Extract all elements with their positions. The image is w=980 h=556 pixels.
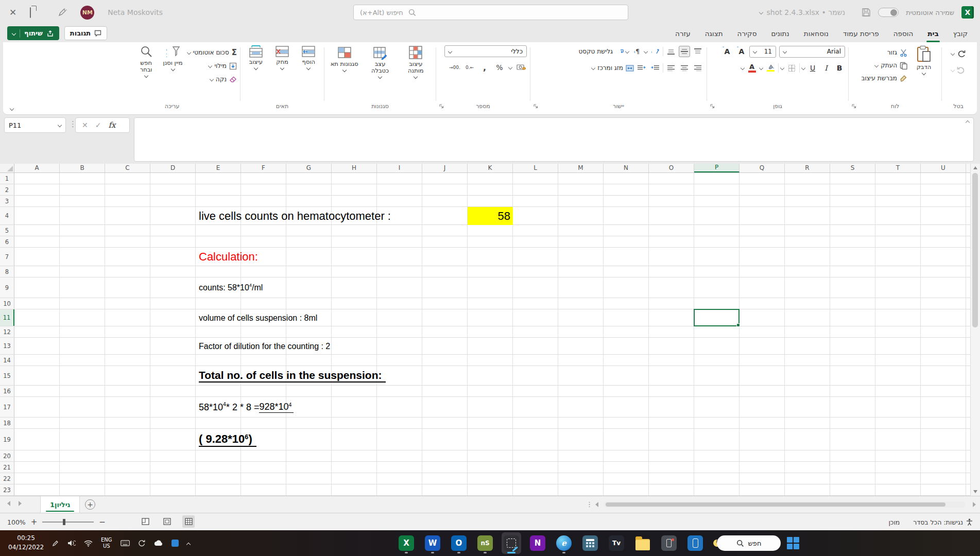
grid-row-16[interactable]: 16 bbox=[0, 386, 970, 397]
align-middle-button[interactable] bbox=[679, 46, 690, 57]
outlook-taskbar-icon[interactable]: O bbox=[449, 532, 469, 554]
excel-taskbar-icon[interactable]: X bbox=[397, 532, 416, 554]
format-as-table-button[interactable]: עצב כטבלה bbox=[366, 45, 394, 78]
onenote-taskbar-icon[interactable]: N bbox=[528, 532, 547, 554]
align-right-button[interactable] bbox=[692, 62, 703, 74]
grid-row-19[interactable]: 19 bbox=[0, 429, 970, 450]
column-header-Q[interactable]: Q bbox=[740, 164, 785, 172]
collapse-ribbon-icon[interactable] bbox=[10, 107, 14, 111]
decrease-decimal-button[interactable]: .00→ bbox=[449, 62, 460, 73]
zoom-slider[interactable] bbox=[42, 522, 94, 523]
delete-cells-button[interactable]: מחק bbox=[270, 45, 294, 70]
grid-row-11[interactable]: 11 bbox=[0, 309, 970, 326]
chevron-up-icon[interactable] bbox=[187, 538, 190, 548]
font-color-dropdown-icon[interactable] bbox=[741, 66, 745, 70]
fill-color-button[interactable] bbox=[765, 62, 776, 74]
vertical-scrollbar[interactable] bbox=[970, 164, 980, 496]
align-bottom-button[interactable] bbox=[665, 46, 677, 57]
restore-window-icon[interactable] bbox=[30, 8, 31, 18]
vertical-scroll-thumb[interactable] bbox=[972, 173, 978, 327]
cell-E11[interactable]: volume of cells suspension : 8ml bbox=[196, 309, 317, 326]
tab-קובץ[interactable]: קובץ bbox=[946, 25, 975, 42]
cell-E19[interactable]: ( 9.28*106) bbox=[196, 429, 256, 450]
paragraph-direction-dropdown-icon[interactable] bbox=[625, 49, 629, 54]
word-taskbar-icon[interactable]: W bbox=[423, 532, 442, 554]
grid-row-9[interactable]: 9 bbox=[0, 277, 970, 298]
accounting-dropdown-icon[interactable] bbox=[508, 65, 512, 70]
spreadsheet-grid[interactable]: ABCDEFGHIJKLMNOPQRSTU 123456789101112131… bbox=[0, 164, 970, 496]
column-header-J[interactable]: J bbox=[422, 164, 468, 172]
grid-row-3[interactable]: 3 bbox=[0, 196, 970, 207]
column-header-P[interactable]: P bbox=[694, 164, 740, 172]
taskbar-search[interactable]: חפש bbox=[717, 535, 781, 551]
alignment-dialog-launcher-icon[interactable] bbox=[534, 104, 538, 109]
column-header-L[interactable]: L bbox=[513, 164, 558, 172]
search-input[interactable]: חיפוש (Alt+א) bbox=[353, 5, 628, 20]
align-left-button[interactable] bbox=[665, 62, 677, 74]
column-header-D[interactable]: D bbox=[150, 164, 196, 172]
row-header-7[interactable]: 7 bbox=[0, 248, 14, 266]
borders-dropdown-icon[interactable] bbox=[780, 66, 784, 70]
number-dialog-launcher-icon[interactable] bbox=[439, 104, 444, 109]
borders-button[interactable] bbox=[786, 62, 797, 74]
row-header-16[interactable]: 16 bbox=[0, 386, 14, 396]
clipboard-dialog-launcher-icon[interactable] bbox=[852, 104, 856, 109]
grid-row-6[interactable]: 6 bbox=[0, 236, 970, 248]
accounting-format-button[interactable] bbox=[515, 62, 527, 73]
tab-תצוגה[interactable]: תצוגה bbox=[698, 25, 730, 42]
align-top-button[interactable] bbox=[692, 46, 703, 57]
font-dialog-launcher-icon[interactable] bbox=[710, 104, 715, 109]
find-select-button[interactable]: חפש ובחר bbox=[134, 45, 159, 77]
cell-E17[interactable]: 58*104 * 2 * 8 = 928*104 bbox=[196, 397, 294, 418]
format-painter-button[interactable]: מברשת עיצוב bbox=[861, 72, 907, 84]
align-center-button[interactable] bbox=[679, 62, 690, 74]
column-header-B[interactable]: B bbox=[60, 164, 105, 172]
grid-row-15[interactable]: 15 bbox=[0, 366, 970, 386]
row-header-4[interactable]: 4 bbox=[0, 207, 14, 224]
comma-style-button[interactable]: , bbox=[479, 62, 490, 73]
sync-icon[interactable] bbox=[138, 540, 145, 547]
row-header-13[interactable]: 13 bbox=[0, 338, 14, 354]
grid-row-20[interactable]: 20 bbox=[0, 450, 970, 462]
number-format-combo[interactable]: כללי bbox=[444, 45, 527, 57]
page-layout-view-button[interactable] bbox=[161, 515, 173, 528]
tab-פריסת עמוד[interactable]: פריסת עמוד bbox=[836, 25, 886, 42]
column-header-H[interactable]: H bbox=[332, 164, 377, 172]
phone-link-taskbar-icon[interactable] bbox=[685, 532, 705, 554]
row-header-12[interactable]: 12 bbox=[0, 326, 14, 337]
fill-button[interactable]: מילוי bbox=[187, 60, 237, 72]
column-header-S[interactable]: S bbox=[830, 164, 875, 172]
row-header-21[interactable]: 21 bbox=[0, 462, 14, 473]
decrease-font-size-button[interactable]: Aˇ bbox=[720, 46, 732, 57]
tab-עזרה[interactable]: עזרה bbox=[668, 25, 698, 42]
row-header-5[interactable]: 5 bbox=[0, 225, 14, 236]
row-header-10[interactable]: 10 bbox=[0, 298, 14, 309]
grid-row-5[interactable]: 5 bbox=[0, 225, 970, 236]
orientation-dropdown-icon[interactable] bbox=[644, 49, 648, 54]
cell-E9[interactable]: counts: 58*104/ml bbox=[196, 277, 263, 298]
name-box[interactable]: P11 bbox=[4, 117, 66, 133]
file-explorer-taskbar-icon[interactable] bbox=[633, 532, 652, 554]
grid-row-1[interactable]: 1 bbox=[0, 173, 970, 184]
column-header-T[interactable]: T bbox=[875, 164, 921, 172]
cell-E13[interactable]: Factor of dilution for the counting : 2 bbox=[196, 338, 330, 355]
grid-row-23[interactable]: 23 bbox=[0, 484, 970, 496]
tab-נוסחאות[interactable]: נוסחאות bbox=[797, 25, 836, 42]
row-header-23[interactable]: 23 bbox=[0, 484, 14, 495]
grid-row-7[interactable]: 7 bbox=[0, 248, 970, 266]
row-header-15[interactable]: 15 bbox=[0, 366, 14, 385]
italic-button[interactable]: I bbox=[820, 62, 832, 74]
undo-button[interactable] bbox=[951, 64, 966, 76]
column-header-R[interactable]: R bbox=[785, 164, 830, 172]
wrap-text-button[interactable]: ab גלישת טקסט bbox=[578, 45, 624, 58]
zoom-level[interactable]: 100% bbox=[7, 518, 26, 526]
column-headers[interactable]: ABCDEFGHIJKLMNOPQRSTU bbox=[0, 164, 970, 173]
cut-button[interactable]: גזור bbox=[861, 46, 907, 59]
hscroll-right-icon[interactable] bbox=[973, 502, 976, 507]
redo-button[interactable] bbox=[951, 47, 966, 60]
close-window-icon[interactable]: ✕ bbox=[9, 8, 16, 17]
calculator-taskbar-icon[interactable] bbox=[580, 532, 600, 554]
column-header-A[interactable]: A bbox=[14, 164, 60, 172]
horizontal-scrollbar[interactable] bbox=[604, 501, 966, 508]
language-indicator[interactable]: ENGUS bbox=[101, 537, 112, 549]
